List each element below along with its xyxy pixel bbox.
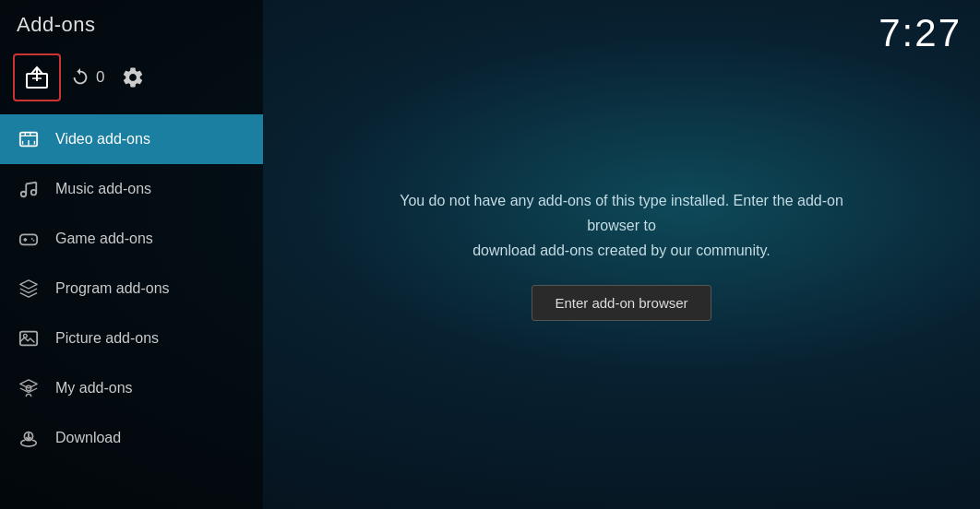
sidebar-item-game-addons[interactable]: Game add-ons (0, 214, 263, 264)
sidebar-label-music-addons: Music add-ons (55, 181, 151, 197)
download-icon (17, 426, 41, 450)
music-icon (17, 177, 41, 201)
empty-message: You do not have any add-ons of this type… (382, 188, 862, 264)
sidebar: Add-ons 0 (0, 0, 263, 509)
sidebar-label-video-addons: Video add-ons (55, 131, 150, 148)
svg-point-19 (33, 240, 35, 242)
sidebar-item-music-addons[interactable]: Music add-ons (0, 164, 263, 214)
refresh-button[interactable]: 0 (70, 67, 104, 88)
gear-icon (121, 65, 145, 89)
sidebar-label-picture-addons: Picture add-ons (55, 330, 159, 347)
svg-rect-15 (20, 234, 37, 244)
sidebar-item-video-addons[interactable]: Video add-ons (0, 114, 263, 164)
picture-icon (17, 326, 41, 350)
sidebar-item-picture-addons[interactable]: Picture add-ons (0, 314, 263, 363)
clock: 7:27 (878, 11, 962, 55)
sidebar-item-download[interactable]: Download (0, 413, 263, 463)
myaddon-icon (17, 376, 41, 400)
toolbar: 0 (0, 46, 263, 114)
game-icon (17, 227, 41, 251)
app-title: Add-ons (0, 0, 263, 46)
update-count: 0 (96, 68, 104, 87)
sidebar-item-program-addons[interactable]: Program add-ons (0, 264, 263, 314)
addon-box-icon (24, 65, 50, 90)
program-icon (17, 277, 41, 301)
sidebar-label-my-addons: My add-ons (55, 380, 133, 397)
sidebar-label-game-addons: Game add-ons (55, 231, 153, 247)
video-icon (17, 127, 41, 151)
addon-browser-button[interactable] (13, 53, 61, 101)
settings-button[interactable] (119, 64, 147, 91)
refresh-icon (70, 67, 90, 88)
sidebar-item-my-addons[interactable]: My add-ons (0, 363, 263, 413)
svg-line-14 (26, 183, 36, 184)
main-content: You do not have any add-ons of this type… (263, 0, 980, 509)
sidebar-label-program-addons: Program add-ons (55, 280, 170, 297)
svg-point-18 (31, 238, 33, 240)
sidebar-label-download: Download (55, 430, 121, 446)
enter-browser-button[interactable]: Enter add-on browser (532, 285, 711, 321)
